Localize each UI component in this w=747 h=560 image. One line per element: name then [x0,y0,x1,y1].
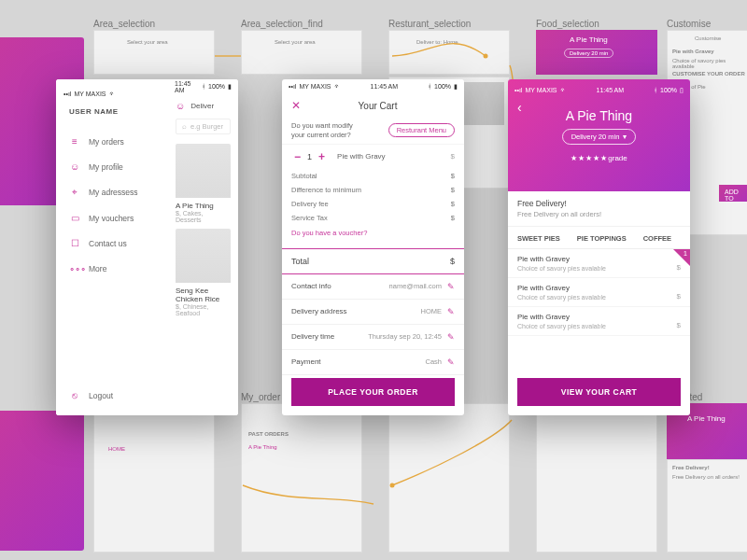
cart-item-name: Pie with Gravy [337,152,386,161]
bg-label: Area_selection_find [241,19,323,29]
summary-line: Service Tax$ [282,211,464,225]
place-order-button[interactable]: PLACE YOUR ORDER [291,378,455,406]
category-tabs: SWEET PIESPIE TOPPINGSCOFFEE [508,227,690,249]
logout-button[interactable]: ⎋ Logout [69,390,155,406]
nav-drawer: ••ılMY MAXISᯤ USER NAME ≡My orders☺My pr… [56,79,168,415]
food-subtitle: Choice of savory pies avalable [517,265,681,272]
restaurant-card[interactable]: Seng Kee Chicken Rice$, Chinese, Seafood [176,229,231,316]
tab-coffee[interactable]: COFFEE [643,234,671,243]
carrier-label: MY MAXIS [74,91,106,97]
status-battery: 100% [434,83,451,90]
battery-icon: ▮ [454,83,458,91]
card-subtitle: $, Chinese, Seafood [176,303,231,316]
status-battery: 100% [208,83,225,90]
main-panel: 11:45 AM ᚼ100%▮ ☺ Deliver ⌕ e.g Burger A… [168,79,238,415]
battery-icon: ▯ [680,87,684,94]
menu-icon: ∘∘∘ [69,263,80,273]
search-icon: ⌕ [182,122,187,131]
food-subtitle: Choice of savory pies avalable [517,323,681,329]
signal-icon: ••ıl [514,87,522,93]
view-cart-button[interactable]: VIEW YOUR CART [517,378,681,406]
restaurant-hero: ••ılMY MAXISᯤ 11:45 AM ᚼ100%▯ ‹ A Pie Th… [508,79,690,191]
tab-sweet-pies[interactable]: SWEET PIES [517,234,560,243]
food-row[interactable]: 1Pie with GraveyChoice of savory pies av… [508,249,690,278]
edit-icon[interactable]: ✎ [447,332,455,342]
bg-label: Area_selection [93,19,155,29]
free-delivery-sub: Free Delivery on all orders! [517,210,681,218]
signal-icon: ••ıl [63,91,71,97]
signal-icon: ••ıl [289,83,296,90]
search-placeholder: e.g Burger [190,122,223,131]
menu-label: My orders [89,137,124,147]
info-label: Delivery address [291,307,347,315]
bg-label: My_order [241,392,280,402]
status-time: 11:45 AM [371,83,399,90]
card-title: Seng Kee Chicken Rice [176,287,231,303]
cart-title: Your Cart [301,101,455,111]
qty-minus-button[interactable]: − [291,150,303,163]
qty-value: 1 [303,152,316,161]
delivery-time-label: Delivery 20 min [571,133,620,141]
modify-question: Do you want modify your current order? [291,121,359,140]
search-input[interactable]: ⌕ e.g Burger [176,119,231,134]
cart-item-row: − 1 + Pie with Gravy $ [282,145,464,169]
menu-contact-us[interactable]: ☐Contact us [69,231,155,256]
menu-my-orders[interactable]: ≡My orders [69,129,155,154]
food-row[interactable]: Pie with GraveyChoice of savory pies ava… [508,307,690,336]
food-title: Pie with Gravey [517,313,681,321]
person-icon: ☺ [176,101,185,111]
info-value: Cash [425,357,442,366]
carrier-label: MY MAXIS [299,83,331,90]
edit-icon[interactable]: ✎ [447,282,455,291]
card-title: A Pie Thing [176,202,231,210]
menu-label: Contact us [89,239,127,248]
info-value: name@mail.com [389,282,442,290]
row-address[interactable]: Delivery addressHOME✎ [282,300,464,325]
edit-icon[interactable]: ✎ [447,357,455,367]
restaurant-title: A Pie Thing [566,108,632,123]
cart-item-price: $ [451,152,455,161]
status-bar: ••ılMY MAXISᯤ 11:45 AM ᚼ100%▯ [508,83,690,97]
total-row: Total $ [282,248,464,274]
status-battery: 100% [660,87,677,93]
deliver-label: Deliver [190,102,214,110]
menu-my-vouchers[interactable]: ▭My vouchers [69,205,155,231]
bg-label: Customise [667,19,711,29]
menu-my-profile[interactable]: ☺My profile [69,154,155,179]
menu-icon: ▭ [69,213,80,223]
carrier-label: MY MAXIS [525,87,557,93]
summary-line: Difference to minimum$ [282,183,464,197]
close-icon[interactable]: ✕ [291,99,301,112]
wifi-icon: ᯤ [560,87,567,93]
menu-more[interactable]: ∘∘∘More [69,256,155,281]
row-time[interactable]: Delivery timeThursday sep 20, 12:45✎ [282,325,464,350]
summary-line: Subtotal$ [282,169,464,183]
status-time: 11:45 AM [597,87,625,93]
food-title: Pie with Gravey [517,255,681,263]
delivery-pill[interactable]: Delivery 20 min ▾ [562,129,637,145]
voucher-link[interactable]: Do you have a voucher? [282,225,464,245]
tab-pie-toppings[interactable]: PIE TOPPINGS [577,234,627,243]
food-price: $ [677,321,681,329]
status-bar: ••ılMY MAXISᯤ 11:45 AM ᚼ100%▮ [282,79,464,93]
summary-line: Delivery fee$ [282,197,464,211]
qty-plus-button[interactable]: + [316,150,328,163]
edit-icon[interactable]: ✎ [447,307,455,316]
restaurant-card[interactable]: A Pie Thing$, Cakes, Desserts [176,144,231,223]
food-row[interactable]: Pie with GraveyChoice of savory pies ava… [508,278,690,307]
row-contact[interactable]: Contact infoname@mail.com✎ [282,274,464,300]
bluetooth-icon: ᚼ [202,83,205,90]
food-price: $ [677,292,681,301]
phone-drawer-screen: ••ılMY MAXISᯤ USER NAME ≡My orders☺My pr… [56,79,238,415]
restaurant-menu-button[interactable]: Resturant Menu [388,123,455,137]
row-payment[interactable]: PaymentCash✎ [282,350,464,375]
menu-label: My vouchers [89,214,134,223]
total-label: Total [291,257,309,266]
menu-my-addresses[interactable]: ⌖My adressess [69,179,155,205]
bg-label: Food_selection [536,19,599,29]
bg-label: Resturant_selection [388,19,471,29]
info-value: HOME [421,307,443,315]
back-icon[interactable]: ‹ [517,100,522,115]
total-value: $ [450,257,455,266]
rating-stars: ★★★★★grade [571,154,627,162]
